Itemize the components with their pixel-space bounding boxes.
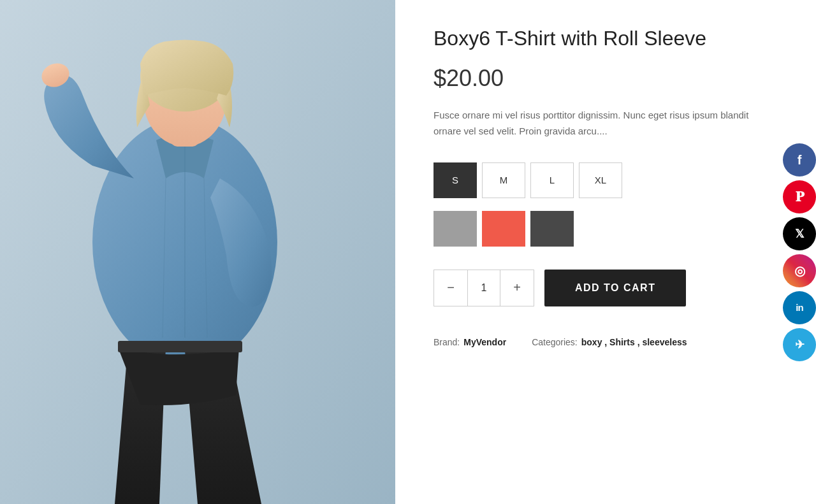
social-facebook-button[interactable]: f	[783, 143, 816, 176]
categories-label: Categories:	[532, 337, 578, 347]
cart-row: − 1 + ADD TO CART	[433, 270, 778, 306]
social-sidebar: f 𝐏 𝕏 ◎ in ✈	[783, 143, 816, 361]
size-btn-l[interactable]: L	[530, 162, 574, 198]
product-title: Boxy6 T-Shirt with Roll Sleeve	[433, 25, 778, 52]
product-details-section: Boxy6 T-Shirt with Roll Sleeve $20.00 Fu…	[395, 0, 816, 504]
color-swatch-coral[interactable]	[482, 211, 525, 247]
telegram-icon: ✈	[795, 339, 805, 350]
social-pinterest-button[interactable]: 𝐏	[783, 180, 816, 213]
social-telegram-button[interactable]: ✈	[783, 328, 816, 361]
product-meta: Brand: MyVendor Categories: boxy , Shirt…	[433, 337, 778, 347]
product-image	[0, 0, 395, 504]
add-to-cart-button[interactable]: ADD TO CART	[544, 270, 686, 306]
categories-value: boxy , Shirts , sleeveless	[581, 337, 687, 347]
product-image-section	[0, 0, 395, 504]
brand-label: Brand:	[433, 337, 460, 347]
social-instagram-button[interactable]: ◎	[783, 254, 816, 287]
size-selector: S M L XL	[433, 162, 778, 198]
linkedin-icon: in	[796, 303, 803, 312]
quantity-decrease-button[interactable]: −	[434, 270, 467, 306]
color-selector	[433, 211, 778, 247]
twitter-x-icon: 𝕏	[795, 228, 805, 240]
social-linkedin-button[interactable]: in	[783, 291, 816, 324]
product-price: $20.00	[433, 65, 778, 92]
color-swatch-dark[interactable]	[530, 211, 574, 247]
color-swatch-gray[interactable]	[433, 211, 477, 247]
product-description: Fusce ornare mi vel risus porttitor dign…	[433, 107, 765, 140]
size-btn-xl[interactable]: XL	[579, 162, 622, 198]
quantity-value: 1	[467, 270, 500, 306]
social-twitter-button[interactable]: 𝕏	[783, 217, 816, 250]
facebook-icon: f	[798, 154, 802, 166]
size-btn-s[interactable]: S	[433, 162, 477, 198]
page-container: Boxy6 T-Shirt with Roll Sleeve $20.00 Fu…	[0, 0, 816, 504]
instagram-icon: ◎	[794, 264, 805, 277]
svg-rect-9	[118, 341, 242, 352]
quantity-control: − 1 +	[433, 270, 534, 306]
pinterest-icon: 𝐏	[796, 190, 804, 204]
quantity-increase-button[interactable]: +	[500, 270, 534, 306]
categories-meta: Categories: boxy , Shirts , sleeveless	[532, 337, 687, 347]
brand-value: MyVendor	[463, 337, 506, 347]
brand-meta: Brand: MyVendor	[433, 337, 506, 347]
size-btn-m[interactable]: M	[482, 162, 525, 198]
